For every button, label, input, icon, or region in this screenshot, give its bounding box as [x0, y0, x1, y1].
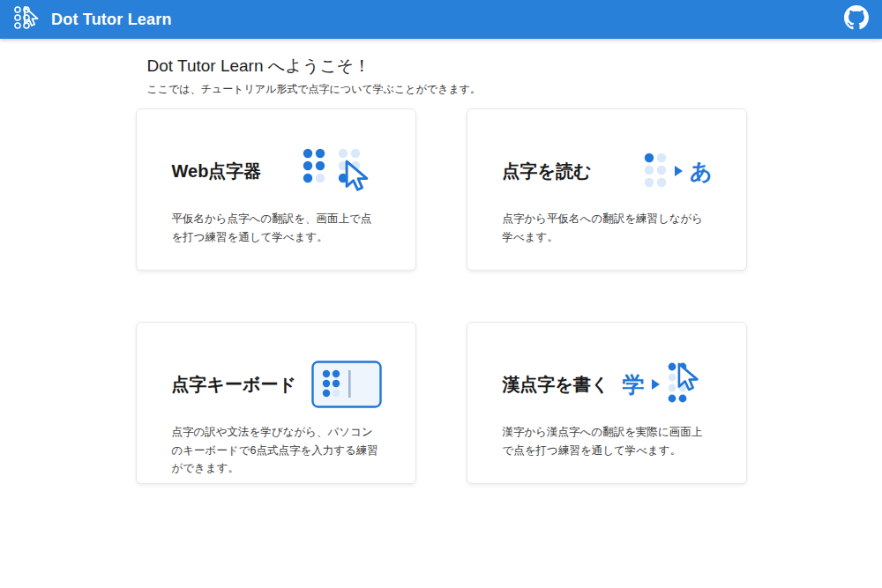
card-top-row: 点字を読む あ — [503, 134, 713, 208]
welcome-section: Dot Tutor Learn へようこそ！ ここでは、チュートリアル形式で点字… — [136, 55, 747, 97]
github-link[interactable] — [843, 6, 870, 33]
card-title: Web点字器 — [172, 160, 262, 183]
app-header: Dot Tutor Learn — [0, 0, 882, 39]
kanji-manabu-glyph: 学 — [623, 374, 645, 396]
card-description: 点字から平仮名への翻訳を練習しながら学べます。 — [503, 210, 713, 246]
card-web-braille-writer[interactable]: Web点字器 — [136, 108, 416, 271]
card-top-row: 点字キーボード — [172, 347, 382, 421]
main-content: Dot Tutor Learn へようこそ！ ここでは、チュートリアル形式で点字… — [136, 39, 747, 484]
app-title: Dot Tutor Learn — [51, 11, 172, 29]
page-title: Dot Tutor Learn へようこそ！ — [147, 55, 747, 78]
tutorial-cards-grid: Web点字器 — [136, 108, 747, 484]
card-write-kanji-braille[interactable]: 漢点字を書く 学 — [467, 322, 747, 484]
card-top-row: Web点字器 — [172, 134, 382, 208]
card-title: 漢点字を書く — [503, 373, 609, 397]
braille-cursor-logo-icon — [11, 4, 40, 35]
card-description: 漢字から漢点字への翻訳を実際に画面上で点を打つ練習を通して学べます。 — [503, 423, 713, 459]
braille-cells-with-cursor-icon — [301, 142, 382, 200]
arrow-right-icon — [652, 379, 660, 390]
card-description: 点字の訳や文法を学びながら、パソコンのキーボードで6点式点字を入力する練習ができ… — [172, 423, 382, 478]
braille-to-hiragana-icon: あ — [643, 152, 713, 190]
arrow-right-icon — [675, 166, 683, 176]
card-title: 点字キーボード — [172, 373, 296, 397]
page-subtitle: ここでは、チュートリアル形式で点字について学ぶことができます。 — [147, 82, 747, 97]
app-logo[interactable] — [11, 4, 41, 34]
card-braille-keyboard[interactable]: 点字キーボード 点字の訳や文法を学びながら、パソコンのキーボードで6点式点字を入… — [136, 322, 416, 484]
card-description: 平仮名から点字への翻訳を、画面上で点を打つ練習を通して学べます。 — [172, 210, 382, 246]
card-top-row: 漢点字を書く 学 — [503, 347, 713, 421]
github-icon — [844, 5, 869, 33]
card-read-braille[interactable]: 点字を読む あ 点字から平仮名への翻訳を練習しながら学べます。 — [467, 108, 747, 271]
card-title: 点字を読む — [503, 160, 592, 183]
braille-keyboard-input-icon — [311, 361, 382, 408]
hiragana-a-glyph: あ — [690, 160, 713, 182]
kanji-to-braille-cursor-icon: 学 — [623, 361, 713, 407]
